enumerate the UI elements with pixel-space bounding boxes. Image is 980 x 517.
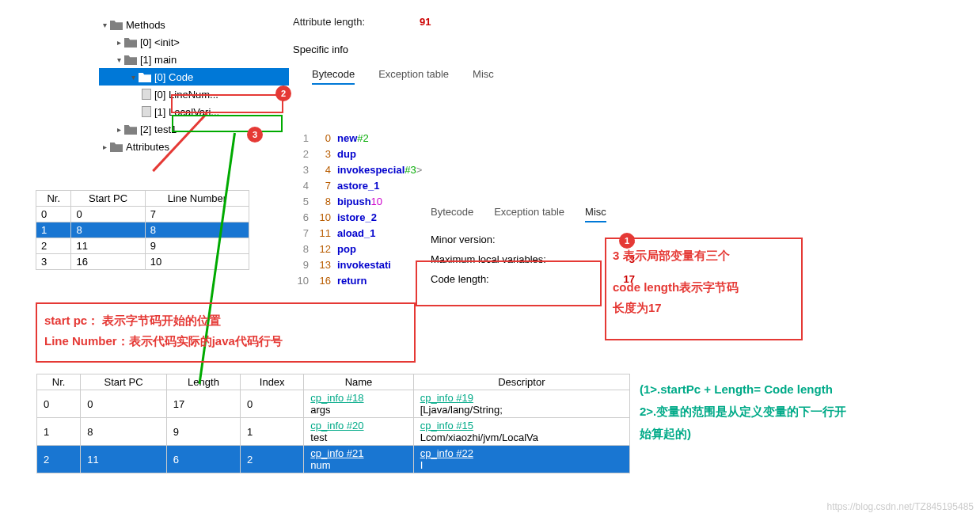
cp-link[interactable]: cp_info #15 <box>420 420 473 431</box>
cp-link[interactable]: cp_info #19 <box>420 392 473 404</box>
specific-info-label: Specific info <box>293 44 728 55</box>
chevron-right-icon: ▸ <box>113 125 124 134</box>
bytecode-line: 23 dup <box>293 146 422 162</box>
bytecode-line: 58 bipush 10 <box>293 194 422 210</box>
attr-length-value: 91 <box>420 16 431 28</box>
chevron-right-icon: ▸ <box>113 38 124 47</box>
bytecode-line: 913 invokestati <box>293 257 422 273</box>
minor-version-label: Minor version: <box>431 234 496 245</box>
chevron-right-icon: ▸ <box>99 143 110 151</box>
cp-link[interactable]: cp_info #22 <box>420 447 473 459</box>
bytecode-line: 34 invokespecial #3 > <box>293 162 422 178</box>
folder-icon <box>110 19 123 30</box>
watermark: https://blog.csdn.net/TZ845195485 <box>827 501 974 512</box>
folder-icon <box>124 124 137 135</box>
cp-link[interactable]: cp_info #18 <box>310 392 363 404</box>
misc-highlight-box <box>416 260 602 306</box>
tree-methods[interactable]: ▾Methods <box>99 16 289 33</box>
table-row[interactable]: 1891cp_info #20testcp_info #15Lcom/xiaoz… <box>37 418 630 446</box>
tab-exception[interactable]: Exception table <box>378 68 449 85</box>
bytecode-line: 610 istore_2 <box>293 210 422 226</box>
code-tabs: Bytecode Exception table Misc <box>293 68 728 85</box>
badge-2: 2 <box>275 86 291 101</box>
folder-icon <box>124 54 137 65</box>
chevron-down-icon: ▾ <box>127 73 139 82</box>
ln-th-nr[interactable]: Nr. <box>36 191 71 207</box>
bytecode-line: 711 aload_1 <box>293 226 422 241</box>
lv-th-desc[interactable]: Descriptor <box>413 374 629 390</box>
cp-link[interactable]: cp_info #21 <box>310 447 363 459</box>
right-anno: 3 表示局部变量有三个 code length表示字节码 长度为17 <box>613 245 739 318</box>
bytecode-line: 47 astore_1 <box>293 178 422 194</box>
folder-icon <box>139 71 151 82</box>
attr-length-label: Attribute length: <box>293 16 420 28</box>
green-anno: (1>.startPc + Length= Code length 2>.变量的… <box>640 378 846 445</box>
folder-icon <box>124 36 137 48</box>
chevron-down-icon: ▾ <box>99 21 110 29</box>
folder-icon <box>110 141 123 152</box>
misc-tab-bytecode[interactable]: Bytecode <box>431 206 473 222</box>
file-icon <box>142 106 151 117</box>
table-row[interactable]: 188 <box>36 222 249 238</box>
attribute-panel: Attribute length: 91 Specific info Bytec… <box>293 16 728 94</box>
table-row[interactable]: 00170cp_info #18argscp_info #19[Ljava/la… <box>37 390 630 418</box>
lv-th-length[interactable]: Length <box>166 374 240 390</box>
tab-misc[interactable]: Misc <box>473 68 494 85</box>
bytecode-listing: 10 new #2 23 dup34 invokespecial #3 >47 … <box>293 131 422 289</box>
tab-bytecode[interactable]: Bytecode <box>312 68 355 85</box>
chevron-down-icon: ▾ <box>113 55 124 64</box>
ln-th-startpc[interactable]: Start PC <box>71 191 145 207</box>
tree-init[interactable]: ▸[0] <init> <box>99 33 289 51</box>
bytecode-line: 1016 return <box>293 273 422 289</box>
localvar-highlight-box <box>172 115 283 132</box>
local-variable-table: Nr. Start PC Length Index Name Descripto… <box>36 374 630 473</box>
misc-tab-misc[interactable]: Misc <box>585 206 606 222</box>
bytecode-line: 812 pop <box>293 241 422 257</box>
lv-th-index[interactable]: Index <box>241 374 304 390</box>
lv-th-nr[interactable]: Nr. <box>37 374 81 390</box>
file-icon <box>142 89 151 100</box>
badge-3: 3 <box>247 127 263 143</box>
tree-main[interactable]: ▾[1] main <box>99 51 289 68</box>
lv-th-startpc[interactable]: Start PC <box>81 374 167 390</box>
table-row[interactable]: 007 <box>36 207 249 222</box>
bytecode-line: 10 new #2 <box>293 131 422 146</box>
tree-code[interactable]: ▾[0] Code <box>99 68 289 86</box>
tree-attributes[interactable]: ▸Attributes <box>99 138 289 155</box>
lv-th-name[interactable]: Name <box>304 374 413 390</box>
badge-1: 1 <box>619 233 635 249</box>
linenum-highlight-box <box>171 94 283 113</box>
cp-link[interactable]: cp_info #20 <box>310 420 363 431</box>
ln-th-line[interactable]: Line Number <box>145 191 249 207</box>
startpc-anno: start pc： 表示字节码开始的位置 Line Number：表示代码实际的… <box>44 310 283 352</box>
misc-tab-exception[interactable]: Exception table <box>494 206 564 222</box>
table-row[interactable]: 21162cp_info #21numcp_info #22I <box>37 446 630 473</box>
